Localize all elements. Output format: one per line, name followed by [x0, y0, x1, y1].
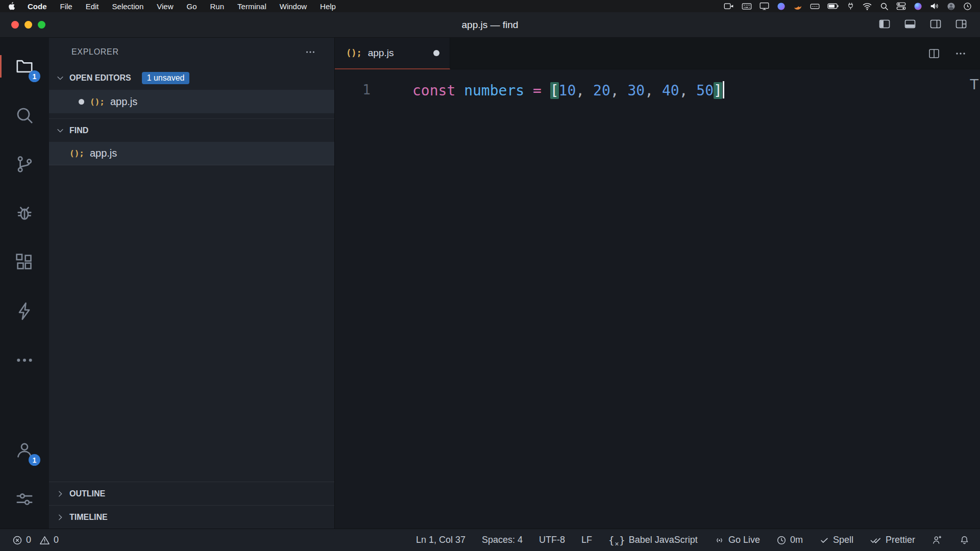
token-keyword: const [412, 82, 455, 99]
check-icon [819, 535, 829, 545]
code-line-1: 1 const numbers = [10, 20, 30, 40, 50] [335, 78, 980, 102]
battery-icon[interactable] [827, 3, 839, 9]
language-mode[interactable]: {✕} Babel JavaScript [608, 535, 698, 546]
tab-modified-dot-icon[interactable] [433, 50, 439, 56]
menu-terminal[interactable]: Terminal [237, 2, 266, 11]
close-window-button[interactable] [11, 21, 19, 29]
time-tracker[interactable]: 0m [776, 535, 803, 545]
window-controls [11, 21, 45, 29]
lightning-icon[interactable] [0, 287, 49, 336]
menu-help[interactable]: Help [320, 2, 336, 11]
settings-sliders-icon[interactable] [0, 474, 49, 523]
timeline-section[interactable]: TIMELINE [49, 505, 334, 529]
split-editor-icon[interactable] [928, 47, 940, 60]
display-mirror-icon[interactable] [760, 2, 769, 10]
menu-view[interactable]: View [157, 2, 173, 11]
wifi-icon[interactable] [862, 3, 872, 10]
chevron-right-icon [56, 513, 65, 522]
menu-code[interactable]: Code [28, 2, 47, 11]
toggle-panel-icon[interactable] [903, 18, 917, 32]
clock-icon[interactable] [963, 2, 972, 11]
outline-label: OUTLINE [69, 489, 105, 498]
modified-dot-icon[interactable] [79, 99, 84, 105]
siri-icon[interactable] [914, 2, 922, 11]
feedback-account[interactable] [932, 535, 943, 545]
go-live[interactable]: Go Live [714, 535, 760, 545]
macos-menu-bar: Code File Edit Selection View Go Run Ter… [0, 0, 980, 12]
volume-icon[interactable] [930, 2, 939, 10]
token-number: 30 [627, 82, 645, 99]
menu-go[interactable]: Go [187, 2, 197, 11]
prettier-formatter[interactable]: Prettier [870, 535, 915, 545]
eol-label: LF [581, 535, 592, 545]
explorer-more-actions-icon[interactable] [305, 46, 316, 58]
window-title-bar: app.js — find [0, 12, 980, 38]
open-editor-file-name: app.js [110, 96, 137, 108]
toggle-secondary-sidebar-icon[interactable] [929, 18, 942, 32]
token-comma: , [610, 82, 628, 99]
editor-area: (); app.js 1 const numbers = [10, 20, 30… [335, 38, 980, 529]
zoom-window-button[interactable] [38, 21, 45, 29]
user-circle-icon[interactable] [947, 2, 955, 11]
video-icon[interactable] [724, 2, 734, 10]
charger-icon[interactable] [847, 2, 854, 10]
tree-item-appjs[interactable]: (); app.js [49, 142, 334, 165]
control-center-icon[interactable] [896, 2, 906, 10]
menu-window[interactable]: Window [280, 2, 307, 11]
ai-circle-icon[interactable] [777, 2, 786, 11]
sidebar-header: EXPLORER [49, 38, 334, 66]
open-editors-section[interactable]: OPEN EDITORS 1 unsaved [49, 66, 334, 90]
menu-file[interactable]: File [60, 2, 72, 11]
open-editor-item-appjs[interactable]: (); app.js [49, 90, 334, 113]
problems-errors[interactable]: 0 [12, 535, 31, 545]
customize-layout-icon[interactable] [954, 18, 968, 32]
minimap-text: T [970, 77, 979, 92]
broadcast-icon [714, 535, 725, 545]
editor-more-actions-icon[interactable] [954, 47, 967, 60]
debug-icon[interactable] [0, 189, 49, 238]
indentation[interactable]: Spaces: 4 [482, 535, 523, 545]
notifications[interactable] [959, 535, 970, 545]
problems-warnings[interactable]: 0 [39, 535, 59, 545]
token-number: 40 [662, 82, 679, 99]
workspace-folder-section[interactable]: FIND [49, 118, 334, 142]
minimize-window-button[interactable] [24, 21, 32, 29]
bird-icon[interactable] [793, 2, 802, 10]
tree-item-file-name: app.js [90, 147, 117, 159]
token-comma: , [679, 82, 697, 99]
eol-sequence[interactable]: LF [581, 535, 592, 545]
code-editor[interactable]: 1 const numbers = [10, 20, 30, 40, 50] T [335, 69, 980, 529]
time-tracker-label: 0m [790, 535, 803, 545]
token-number: 10 [559, 82, 576, 99]
toggle-sidebar-icon[interactable] [878, 18, 891, 32]
editor-tab-bar: (); app.js [335, 38, 980, 69]
workspace-folder-label: FIND [69, 126, 88, 135]
tab-appjs[interactable]: (); app.js [335, 38, 450, 69]
extensions-icon[interactable] [0, 238, 49, 287]
code-content[interactable]: const numbers = [10, 20, 30, 40, 50] [412, 81, 724, 99]
braces-icon: {✕} [608, 535, 625, 546]
menu-status-icons [724, 2, 972, 11]
encoding[interactable]: UTF-8 [539, 535, 565, 545]
search-icon[interactable] [880, 2, 889, 11]
error-icon [12, 535, 22, 545]
apple-menu-icon[interactable] [8, 2, 15, 10]
menu-run[interactable]: Run [210, 2, 225, 11]
menu-selection[interactable]: Selection [112, 2, 144, 11]
account-icon[interactable]: 1 [0, 425, 49, 474]
sidebar-explorer: EXPLORER OPEN EDITORS 1 unsaved (); app.… [49, 38, 335, 529]
layout-controls [878, 18, 968, 32]
more-views-icon[interactable] [0, 336, 49, 385]
token-variable: numbers [464, 82, 524, 99]
keyboard-icon[interactable] [742, 3, 752, 10]
explorer-icon[interactable]: 1 [0, 42, 49, 91]
outline-section[interactable]: OUTLINE [49, 482, 334, 505]
source-control-icon[interactable] [0, 140, 49, 189]
open-editors-label: OPEN EDITORS [69, 73, 131, 83]
error-count: 0 [26, 535, 31, 545]
menu-edit[interactable]: Edit [86, 2, 99, 11]
keys-icon[interactable] [810, 3, 820, 10]
cursor-position[interactable]: Ln 1, Col 37 [416, 535, 465, 545]
spell-checker[interactable]: Spell [819, 535, 853, 545]
search-view-icon[interactable] [0, 91, 49, 140]
